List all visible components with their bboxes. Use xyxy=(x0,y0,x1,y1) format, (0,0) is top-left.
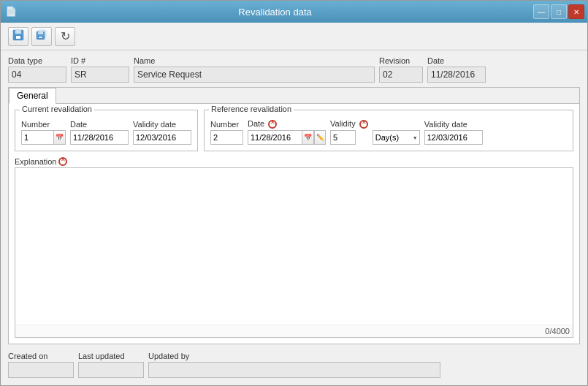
curr-number-label: Number xyxy=(21,120,66,129)
ref-number-group: Number xyxy=(210,120,243,145)
created-on-group: Created on xyxy=(8,352,74,378)
ref-validity-unit-wrapper: Day(s) Week(s) Month(s) xyxy=(373,130,420,145)
tab-container: General Current revalidation Number � xyxy=(8,87,580,344)
ref-validity-label: Validity xyxy=(330,119,368,129)
revision-label: Revision xyxy=(379,56,423,65)
revision-input[interactable] xyxy=(379,67,423,83)
ref-date-input[interactable] xyxy=(248,130,302,145)
date-input[interactable] xyxy=(427,67,486,83)
explanation-label-text: Explanation xyxy=(15,157,57,166)
toolbar: ↻ xyxy=(1,23,587,50)
last-updated-group: Last updated xyxy=(78,352,144,378)
date-group: Date xyxy=(427,56,486,83)
name-group: Name xyxy=(134,56,375,83)
save-button[interactable] xyxy=(8,27,28,46)
curr-number-group: Number 📅 xyxy=(21,120,66,145)
ref-date-label-text: Date xyxy=(248,119,264,128)
content-area: Data type ID # Name Revision Date xyxy=(1,50,587,385)
id-input[interactable] xyxy=(71,67,129,83)
svg-rect-1 xyxy=(15,30,21,34)
tab-general[interactable]: General xyxy=(9,88,56,104)
updated-by-group: Updated by xyxy=(148,352,440,378)
save-copy-icon xyxy=(36,29,47,43)
explanation-section: Explanation 0/4000 xyxy=(15,157,573,338)
close-button[interactable]: ✕ xyxy=(568,4,584,19)
data-type-group: Data type xyxy=(8,56,66,83)
data-type-input[interactable] xyxy=(8,67,66,83)
refresh-icon: ↻ xyxy=(61,31,70,42)
data-type-label: Data type xyxy=(8,56,66,65)
titlebar: 📄 Revalidation data — □ ✕ xyxy=(1,1,587,23)
ref-date-group: Date 📅 ✏️ xyxy=(248,119,326,145)
curr-validity-date-input[interactable] xyxy=(133,130,191,145)
curr-date-input[interactable] xyxy=(70,130,129,145)
ref-date-label: Date xyxy=(248,119,326,129)
explanation-textarea[interactable] xyxy=(15,168,573,325)
edit-icon: ✏️ xyxy=(316,134,324,141)
ref-date-calendar-btn[interactable]: 📅 xyxy=(302,130,314,145)
revalidation-row: Current revalidation Number 📅 D xyxy=(15,110,573,151)
curr-number-input[interactable] xyxy=(21,130,54,145)
calendar-icon-small: 📅 xyxy=(56,134,64,141)
main-window: 📄 Revalidation data — □ ✕ xyxy=(0,0,588,386)
svg-rect-3 xyxy=(16,36,20,39)
created-on-input[interactable] xyxy=(8,362,74,378)
id-group: ID # xyxy=(71,56,129,83)
save-icon xyxy=(12,29,24,43)
last-updated-label: Last updated xyxy=(78,352,144,360)
reference-revalidation-label: Reference revalidation xyxy=(209,105,294,113)
window-icon: 📄 xyxy=(5,6,17,18)
name-input[interactable] xyxy=(134,67,375,83)
explanation-label-row: Explanation xyxy=(15,157,573,166)
refresh-button[interactable]: ↻ xyxy=(55,27,75,46)
ref-validity-date-group: Validity date xyxy=(424,120,483,145)
calendar-icon: 📅 xyxy=(304,134,312,141)
explanation-required-icon xyxy=(58,157,67,166)
ref-validity-unit-select[interactable]: Day(s) Week(s) Month(s) xyxy=(373,130,420,145)
current-revalidation-box: Current revalidation Number 📅 D xyxy=(15,110,198,151)
current-revalidation-label: Current revalidation xyxy=(20,105,94,113)
minimize-button[interactable]: — xyxy=(533,4,549,19)
ref-validity-date-label: Validity date xyxy=(424,120,483,129)
curr-number-btn[interactable]: 📅 xyxy=(54,130,66,145)
explanation-textarea-wrapper: 0/4000 xyxy=(15,167,573,338)
updated-by-input[interactable] xyxy=(148,362,440,378)
curr-date-label: Date xyxy=(70,120,129,129)
ref-validity-group: Validity xyxy=(330,119,368,145)
curr-validity-date-label: Validity date xyxy=(133,120,191,129)
window-controls: — □ ✕ xyxy=(533,4,584,19)
window-title: Revalidation data xyxy=(17,7,533,18)
tab-content-general: Current revalidation Number 📅 D xyxy=(9,104,579,344)
ref-validity-date-input[interactable] xyxy=(424,130,483,145)
ref-validity-input[interactable] xyxy=(330,130,356,145)
date-label: Date xyxy=(427,56,486,65)
created-on-label: Created on xyxy=(8,352,74,360)
reference-revalidation-box: Reference revalidation Number Date xyxy=(204,110,573,151)
curr-number-wrapper: 📅 xyxy=(21,130,66,145)
save-copy-button[interactable] xyxy=(31,27,52,46)
updated-by-label: Updated by xyxy=(148,352,440,360)
footer-fields: Created on Last updated Updated by xyxy=(8,349,580,379)
name-label: Name xyxy=(134,56,375,65)
ref-validity-unit-label xyxy=(373,120,420,129)
header-fields: Data type ID # Name Revision Date xyxy=(8,56,580,83)
tab-bar: General xyxy=(9,88,579,104)
id-label: ID # xyxy=(71,56,129,65)
ref-date-required-icon xyxy=(268,120,277,129)
ref-date-wrapper: 📅 ✏️ xyxy=(248,130,326,145)
ref-number-label: Number xyxy=(210,120,243,129)
ref-number-input[interactable] xyxy=(210,130,243,145)
ref-date-edit-btn[interactable]: ✏️ xyxy=(314,130,326,145)
ref-validity-unit-group: Day(s) Week(s) Month(s) xyxy=(373,120,420,145)
curr-date-group: Date xyxy=(70,120,129,145)
char-count: 0/4000 xyxy=(15,325,573,337)
curr-validity-date-group: Validity date xyxy=(133,120,191,145)
last-updated-input[interactable] xyxy=(78,362,144,378)
ref-validity-label-text: Validity xyxy=(330,119,356,128)
ref-validity-required-icon xyxy=(359,120,368,129)
maximize-button[interactable]: □ xyxy=(551,4,567,19)
revision-group: Revision xyxy=(379,56,423,83)
